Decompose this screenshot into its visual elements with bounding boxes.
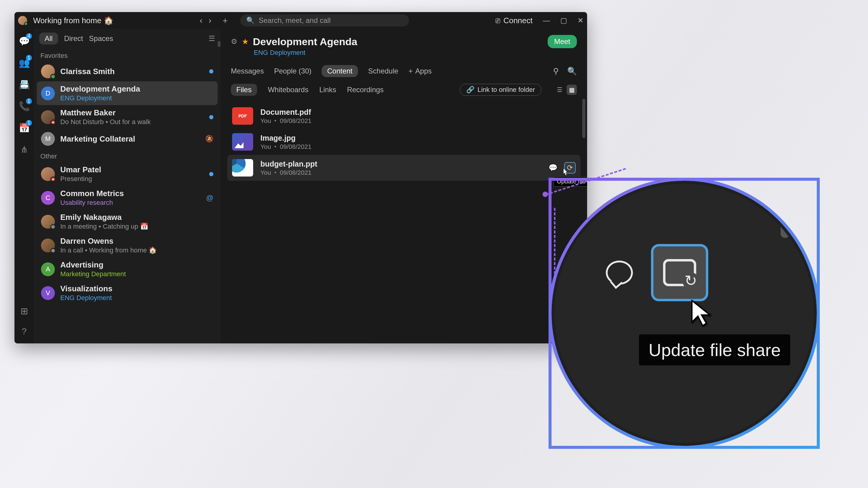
- view-grid-button[interactable]: ▦: [567, 85, 577, 95]
- avatar: [41, 215, 55, 229]
- nav-rail: 💬4 👥1 📇 📞1 📅1 ⋔ ⊞ ?: [14, 29, 34, 344]
- link-icon: 🔗: [466, 86, 474, 94]
- rail-badge: 1: [26, 120, 32, 126]
- convo-item-clarissa[interactable]: Clarissa Smith: [37, 61, 218, 82]
- tab-content[interactable]: Content: [321, 65, 358, 77]
- tab-direct[interactable]: Direct: [64, 34, 83, 43]
- parent-team-link[interactable]: ENG Deployment: [254, 49, 577, 57]
- convo-item-emily[interactable]: Emily NakagawaIn a meeting • Catching up…: [37, 210, 218, 233]
- navigation-arrows: ‹ ›: [200, 16, 212, 25]
- convo-item-darren[interactable]: Darren OwensIn a call • Working from hom…: [37, 233, 218, 257]
- titlebar: Working from home 🏠 ‹ › ＋ 🔍 Search, meet…: [14, 12, 587, 29]
- convo-item-visualizations[interactable]: V VisualizationsENG Deployment: [37, 281, 218, 305]
- sidebar: All Direct Spaces ☰ Favorites Clarissa S…: [34, 29, 221, 344]
- gear-icon[interactable]: ⚙: [231, 37, 238, 46]
- tab-spaces[interactable]: Spaces: [89, 34, 113, 43]
- rail-help[interactable]: ?: [18, 325, 30, 337]
- rail-contacts[interactable]: 📇: [18, 78, 30, 90]
- connect-button[interactable]: ⎚Connect: [495, 16, 532, 25]
- user-avatar[interactable]: [18, 16, 27, 25]
- convo-item-marketing-collateral[interactable]: M Marketing Collateral 🔕: [37, 129, 218, 149]
- tab-all[interactable]: All: [39, 33, 58, 44]
- star-icon[interactable]: ★: [242, 37, 249, 46]
- convo-sub: Do Not Disturb • Out for a walk: [60, 118, 204, 126]
- convo-name: Common Metrics: [60, 189, 201, 198]
- convo-name: Development Agenda: [60, 84, 213, 94]
- new-button[interactable]: ＋: [221, 15, 229, 26]
- section-other: Other: [34, 149, 221, 162]
- content-tabs: Messages People (30) Content Schedule +A…: [221, 60, 587, 81]
- avatar: [41, 64, 55, 78]
- convo-sub: Marketing Department: [60, 270, 213, 278]
- files-list: PDF Document.pdf You09/08/2021 Image.jpg…: [221, 99, 587, 185]
- file-row-image[interactable]: Image.jpg You09/08/2021: [227, 129, 581, 155]
- ftab-recordings[interactable]: Recordings: [347, 86, 383, 94]
- scrollbar[interactable]: [582, 99, 585, 138]
- rail-badge: 1: [26, 98, 32, 104]
- search-icon[interactable]: 🔍: [567, 67, 577, 76]
- file-row-budget[interactable]: budget-plan.ppt You09/08/2021 💬 ⟳ Update…: [227, 155, 581, 181]
- convo-name: Darren Owens: [60, 236, 213, 246]
- convo-sub: Presenting: [60, 175, 204, 183]
- content-header: ⚙ ★ Development Agenda Meet ENG Deployme…: [221, 29, 587, 60]
- unread-dot-icon: [209, 69, 213, 73]
- update-share-button-zoom[interactable]: [651, 244, 708, 301]
- pin-icon[interactable]: ⚲: [553, 67, 559, 76]
- forward-button[interactable]: ›: [209, 16, 211, 25]
- tab-messages[interactable]: Messages: [231, 67, 264, 75]
- rail-activity[interactable]: ⋔: [18, 143, 30, 156]
- filter-icon[interactable]: ☰: [209, 34, 215, 43]
- convo-name: Umar Patel: [60, 165, 204, 174]
- rail-teams[interactable]: 👥1: [18, 57, 30, 69]
- search-placeholder: Search, meet, and call: [258, 16, 331, 25]
- search-input[interactable]: 🔍 Search, meet, and call: [240, 14, 409, 27]
- file-thumbnail-pdf-icon: PDF: [232, 107, 253, 125]
- avatar: [41, 110, 55, 124]
- rail-badge: 4: [26, 33, 32, 39]
- file-row-document[interactable]: PDF Document.pdf You09/08/2021: [227, 103, 581, 129]
- chat-action-button[interactable]: 💬: [547, 162, 559, 173]
- status-badge-icon: [50, 74, 56, 79]
- ftab-links[interactable]: Links: [319, 86, 336, 94]
- file-name: Image.jpg: [260, 134, 312, 142]
- close-button[interactable]: ✕: [578, 16, 584, 25]
- plus-icon: +: [409, 67, 413, 75]
- tooltip: Update file share: [554, 176, 587, 187]
- zoom-content: Update file share: [555, 184, 814, 443]
- rail-calls[interactable]: 📞1: [18, 100, 30, 112]
- app-window: Working from home 🏠 ‹ › ＋ 🔍 Search, meet…: [14, 12, 587, 344]
- tab-people[interactable]: People (30): [274, 67, 311, 75]
- convo-sub: ENG Deployment: [60, 94, 213, 102]
- convo-item-advertising[interactable]: A AdvertisingMarketing Department: [37, 257, 218, 281]
- user-status-text[interactable]: Working from home 🏠: [33, 16, 113, 25]
- back-button[interactable]: ‹: [200, 16, 203, 25]
- tab-schedule[interactable]: Schedule: [368, 67, 398, 75]
- rail-calendar[interactable]: 📅1: [18, 122, 30, 134]
- convo-sub: In a meeting • Catching up 📅: [60, 223, 213, 230]
- convo-item-common-metrics[interactable]: C Common MetricsUsability research @: [37, 186, 218, 210]
- file-owner: You: [260, 117, 271, 124]
- scrollbar[interactable]: [218, 41, 221, 47]
- maximize-button[interactable]: ▢: [560, 16, 567, 25]
- zoom-callout: Update file share: [549, 178, 820, 449]
- avatar: D: [41, 87, 55, 100]
- avatar: M: [41, 132, 55, 146]
- meet-button[interactable]: Meet: [548, 35, 577, 48]
- tab-apps[interactable]: +Apps: [409, 67, 432, 75]
- rail-messaging[interactable]: 💬4: [18, 35, 30, 47]
- ftab-files[interactable]: Files: [231, 84, 257, 96]
- view-list-button[interactable]: ☰: [555, 85, 565, 95]
- file-date: 09/08/2021: [280, 169, 311, 176]
- avatar: A: [41, 262, 55, 276]
- content-pane: ⚙ ★ Development Agenda Meet ENG Deployme…: [221, 29, 587, 344]
- minimize-button[interactable]: ―: [543, 16, 550, 25]
- sidebar-tabs: All Direct Spaces ☰: [34, 29, 221, 48]
- unread-dot-icon: [209, 115, 213, 119]
- share-refresh-icon: [663, 259, 696, 286]
- convo-item-umar[interactable]: Umar PatelPresenting: [37, 162, 218, 186]
- ftab-whiteboards[interactable]: Whiteboards: [268, 86, 309, 94]
- rail-apps[interactable]: ⊞: [18, 305, 30, 317]
- convo-item-development-agenda[interactable]: D Development AgendaENG Deployment: [37, 82, 218, 105]
- link-folder-button[interactable]: 🔗Link to online folder: [460, 84, 541, 96]
- convo-item-matthew[interactable]: Matthew BakerDo Not Disturb • Out for a …: [37, 105, 218, 129]
